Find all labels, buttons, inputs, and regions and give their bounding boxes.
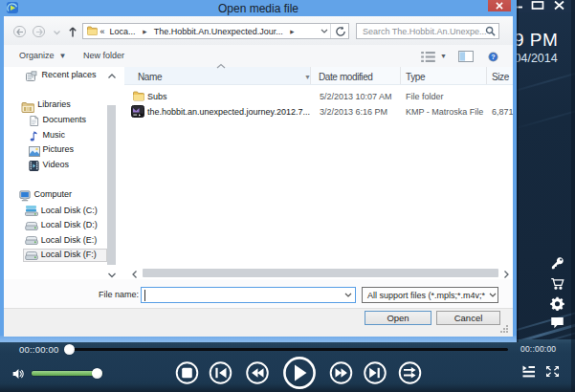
svg-text:?: ? [491, 53, 495, 61]
